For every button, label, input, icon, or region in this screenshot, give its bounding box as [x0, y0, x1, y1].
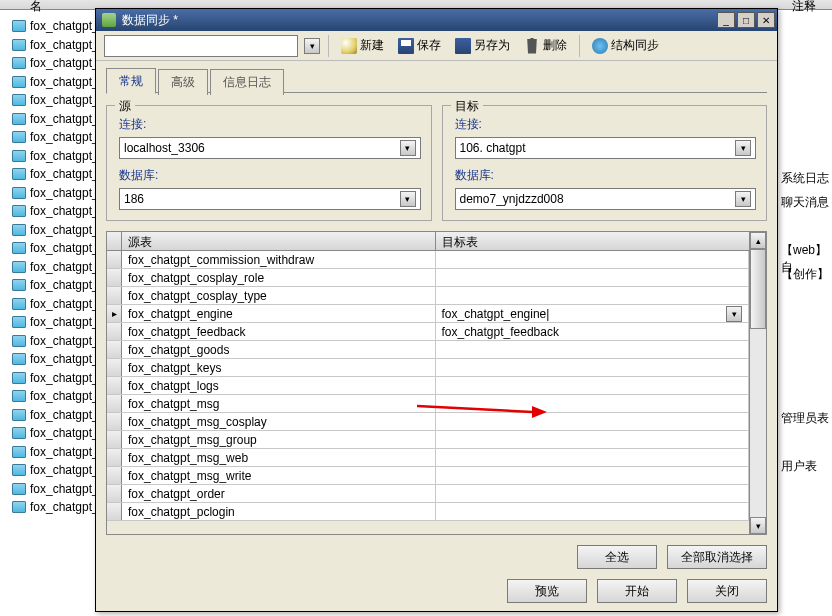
target-table-cell[interactable] [436, 413, 750, 430]
tab-log[interactable]: 信息日志 [210, 69, 284, 95]
tab-advanced[interactable]: 高级 [158, 69, 208, 95]
source-table-cell[interactable]: fox_chatgpt_logs [122, 377, 436, 394]
target-table-cell[interactable] [436, 377, 750, 394]
delete-button[interactable]: 删除 [520, 35, 571, 56]
remark-text: 【创作】 [781, 266, 831, 284]
target-table-cell[interactable] [436, 287, 750, 304]
source-table-cell[interactable]: fox_chatgpt_msg_group [122, 431, 436, 448]
target-db-select[interactable]: demo7_ynjdzzd008▾ [455, 188, 757, 210]
table-row[interactable]: fox_chatgpt_pclogin [107, 503, 749, 521]
table-row[interactable]: fox_chatgpt_msg_write [107, 467, 749, 485]
target-table-cell[interactable] [436, 485, 750, 502]
table-row[interactable]: fox_chatgpt_msg [107, 395, 749, 413]
target-table-cell[interactable] [436, 449, 750, 466]
table-row[interactable]: fox_chatgpt_goods [107, 341, 749, 359]
source-table-cell[interactable]: fox_chatgpt_order [122, 485, 436, 502]
source-legend: 源 [115, 98, 135, 115]
struct-sync-button[interactable]: 结构同步 [588, 35, 663, 56]
remark-text: 系统日志 [781, 170, 831, 188]
maximize-button[interactable]: □ [737, 12, 755, 28]
table-icon [12, 205, 26, 217]
source-table-cell[interactable]: fox_chatgpt_goods [122, 341, 436, 358]
target-table-cell[interactable] [436, 359, 750, 376]
remark-text [781, 386, 831, 404]
start-button[interactable]: 开始 [597, 579, 677, 603]
close-window-button[interactable]: ✕ [757, 12, 775, 28]
target-table-cell[interactable] [436, 467, 750, 484]
table-icon [12, 261, 26, 273]
table-row[interactable]: fox_chatgpt_logs [107, 377, 749, 395]
source-table-cell[interactable]: fox_chatgpt_msg_web [122, 449, 436, 466]
source-table-cell[interactable]: fox_chatgpt_cosplay_type [122, 287, 436, 304]
source-db-label: 数据库: [119, 167, 421, 184]
source-table-cell[interactable]: fox_chatgpt_msg [122, 395, 436, 412]
chevron-down-icon[interactable]: ▾ [726, 306, 742, 322]
tab-general[interactable]: 常规 [106, 68, 156, 94]
source-table-cell[interactable]: fox_chatgpt_engine [122, 305, 436, 322]
table-row[interactable]: fox_chatgpt_keys [107, 359, 749, 377]
remark-text: 用户表 [781, 458, 831, 476]
target-conn-label: 连接: [455, 116, 757, 133]
table-row[interactable]: fox_chatgpt_cosplay_role [107, 269, 749, 287]
table-row[interactable]: fox_chatgpt_cosplay_type [107, 287, 749, 305]
target-db-label: 数据库: [455, 167, 757, 184]
source-db-select[interactable]: 186▾ [119, 188, 421, 210]
remark-text [781, 362, 831, 380]
vertical-scrollbar[interactable]: ▴ ▾ [749, 232, 766, 534]
source-column-header[interactable]: 源表 [122, 232, 436, 250]
remark-text [781, 218, 831, 236]
target-table-cell[interactable]: fox_chatgpt_engine|▾ [436, 305, 750, 322]
table-row[interactable]: ▸fox_chatgpt_enginefox_chatgpt_engine|▾ [107, 305, 749, 323]
save-button[interactable]: 保存 [394, 35, 445, 56]
column-remark-header: 注释 [792, 0, 816, 15]
table-icon [12, 409, 26, 421]
scroll-up-button[interactable]: ▴ [750, 232, 766, 249]
deselect-all-button[interactable]: 全部取消选择 [667, 545, 767, 569]
target-table-cell[interactable] [436, 503, 750, 520]
table-row[interactable]: fox_chatgpt_feedbackfox_chatgpt_feedback [107, 323, 749, 341]
table-icon [12, 168, 26, 180]
saveas-button[interactable]: 另存为 [451, 35, 514, 56]
source-table-cell[interactable]: fox_chatgpt_msg_write [122, 467, 436, 484]
source-table-cell[interactable]: fox_chatgpt_commission_withdraw [122, 251, 436, 268]
remark-text [781, 434, 831, 452]
delete-icon [524, 38, 540, 54]
table-row[interactable]: fox_chatgpt_order [107, 485, 749, 503]
table-icon [12, 224, 26, 236]
remark-text: 管理员表 [781, 410, 831, 428]
table-row[interactable]: fox_chatgpt_msg_group [107, 431, 749, 449]
titlebar[interactable]: 数据同步 * _ □ ✕ [96, 9, 777, 31]
preview-button[interactable]: 预览 [507, 579, 587, 603]
new-button[interactable]: 新建 [337, 35, 388, 56]
source-table-cell[interactable]: fox_chatgpt_cosplay_role [122, 269, 436, 286]
close-button[interactable]: 关闭 [687, 579, 767, 603]
table-icon [12, 427, 26, 439]
remark-text: 聊天消息 [781, 194, 831, 212]
source-table-cell[interactable]: fox_chatgpt_keys [122, 359, 436, 376]
source-table-cell[interactable]: fox_chatgpt_msg_cosplay [122, 413, 436, 430]
table-icon [12, 279, 26, 291]
target-table-cell[interactable]: fox_chatgpt_feedback [436, 323, 750, 340]
table-row[interactable]: fox_chatgpt_commission_withdraw [107, 251, 749, 269]
row-gutter [107, 413, 122, 430]
target-table-cell[interactable] [436, 341, 750, 358]
scroll-thumb[interactable] [750, 249, 766, 329]
table-header: 源表 目标表 [107, 232, 749, 251]
source-table-cell[interactable]: fox_chatgpt_feedback [122, 323, 436, 340]
table-row[interactable]: fox_chatgpt_msg_cosplay [107, 413, 749, 431]
source-table-cell[interactable]: fox_chatgpt_pclogin [122, 503, 436, 520]
table-row[interactable]: fox_chatgpt_msg_web [107, 449, 749, 467]
profile-combo-dropdown[interactable]: ▾ [304, 38, 320, 54]
profile-combo[interactable] [104, 35, 298, 57]
select-all-button[interactable]: 全选 [577, 545, 657, 569]
target-table-cell[interactable] [436, 251, 750, 268]
target-table-cell[interactable] [436, 269, 750, 286]
target-table-cell[interactable] [436, 395, 750, 412]
target-conn-select[interactable]: 106. chatgpt▾ [455, 137, 757, 159]
scroll-down-button[interactable]: ▾ [750, 517, 766, 534]
target-column-header[interactable]: 目标表 [436, 232, 749, 250]
target-table-cell[interactable] [436, 431, 750, 448]
source-conn-select[interactable]: localhost_3306▾ [119, 137, 421, 159]
toolbar: ▾ 新建 保存 另存为 删除 结构同步 [96, 31, 777, 61]
minimize-button[interactable]: _ [717, 12, 735, 28]
